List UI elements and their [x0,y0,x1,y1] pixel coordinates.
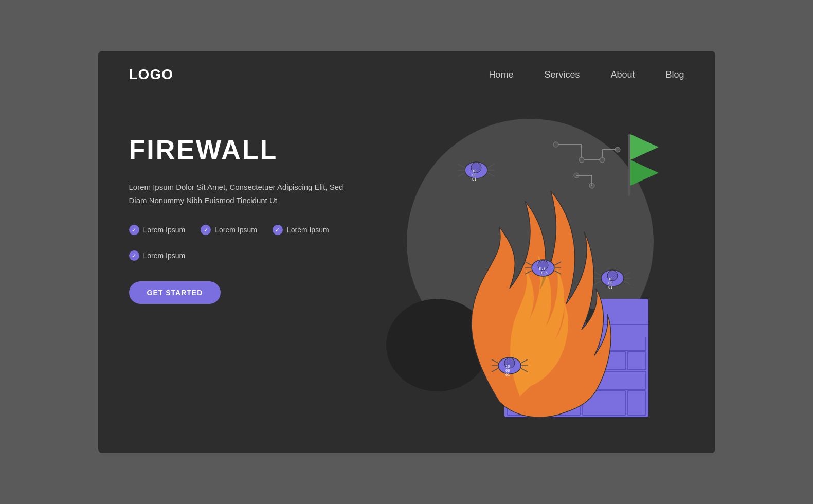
check-item-3: ✓ Lorem Ipsum [273,225,329,235]
page-container: LOGO Home Services About Blog FIREWALL L… [98,51,715,453]
check-item-4: ✓ Lorem Ipsum [129,250,186,261]
svg-line-63 [624,272,630,276]
svg-text:00: 00 [472,173,476,177]
svg-point-8 [615,147,620,152]
svg-line-60 [594,272,601,276]
svg-line-41 [458,173,465,176]
svg-line-39 [458,164,465,168]
svg-text:10: 10 [608,277,612,281]
navigation: Home Services About Blog [489,69,684,80]
nav-about[interactable]: About [610,69,635,80]
nav-blog[interactable]: Blog [665,69,684,80]
svg-text:10: 10 [505,365,510,369]
svg-text:01: 01 [608,285,612,290]
firewall-svg: 10 00 01 8.8 .8.5 [396,103,679,422]
svg-text:01: 01 [472,177,476,182]
check-label-3: Lorem Ipsum [287,226,329,234]
svg-text:8.8: 8.8 [539,267,546,271]
svg-point-7 [600,157,605,163]
check-label-4: Lorem Ipsum [143,251,186,260]
check-label-2: Lorem Ipsum [215,226,257,234]
logo: LOGO [129,66,173,83]
check-item-2: ✓ Lorem Ipsum [201,225,257,235]
nav-home[interactable]: Home [489,69,513,80]
svg-text:00: 00 [608,281,612,285]
check-icon-1: ✓ [129,225,139,235]
check-label-1: Lorem Ipsum [143,226,186,234]
svg-marker-14 [630,134,659,160]
check-icon-4: ✓ [129,250,139,261]
svg-line-44 [487,173,494,176]
svg-text:01: 01 [505,373,510,377]
svg-marker-15 [630,160,659,186]
hero-illustration: 10 00 01 8.8 .8.5 [386,103,684,422]
check-icon-2: ✓ [201,225,211,235]
svg-point-5 [553,142,558,147]
main-content: FIREWALL Lorem Ipsum Dolor Sit Amet, Con… [98,93,715,453]
get-started-button[interactable]: GET STARTED [129,281,221,304]
hero-description: Lorem Ipsum Dolor Sit Amet, Consectetuer… [129,181,345,207]
check-item-1: ✓ Lorem Ipsum [129,225,186,235]
left-content: FIREWALL Lorem Ipsum Dolor Sit Amet, Con… [129,103,386,304]
header: LOGO Home Services About Blog [98,51,715,93]
svg-line-42 [487,164,494,168]
check-icon-3: ✓ [273,225,283,235]
svg-text:.8.5: .8.5 [539,271,548,275]
svg-point-6 [579,157,584,163]
checklist: ✓ Lorem Ipsum ✓ Lorem Ipsum ✓ Lorem Ipsu… [129,225,386,261]
svg-line-62 [594,281,601,284]
svg-text:10: 10 [472,169,476,173]
svg-rect-33 [597,299,648,337]
svg-text:00: 00 [505,369,510,373]
nav-services[interactable]: Services [544,69,580,80]
hero-title: FIREWALL [129,134,386,165]
svg-rect-13 [628,134,630,196]
svg-line-65 [624,281,630,284]
